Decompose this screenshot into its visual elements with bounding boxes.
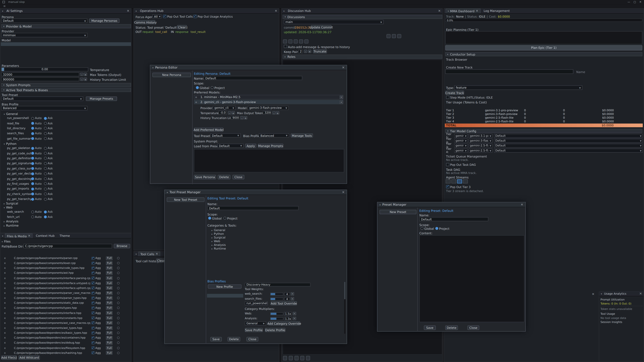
bias-profile-select[interactable]: Balanced▼ (1, 106, 88, 110)
decrement-button[interactable]: - (80, 78, 84, 81)
increment-button[interactable]: + (244, 116, 247, 119)
usage-analytics-header[interactable]: ▾ Usage Analytics ✕ (599, 292, 644, 296)
model-select[interactable]: gemini-3-flash-preview▼ (248, 106, 289, 110)
remove-weight-icon[interactable]: ✕ (291, 292, 294, 296)
group-header-general[interactable]: ▾ General (4, 112, 18, 116)
auto-radio[interactable] (31, 132, 34, 135)
manage-presets-button[interactable]: Manage Presets (86, 96, 117, 101)
agg-checkbox[interactable] (92, 262, 94, 265)
persona-select[interactable]: Default▼ (1, 18, 88, 23)
full-flag-button[interactable]: Full (106, 326, 113, 330)
drag-handle-icon[interactable]: ≡ (195, 96, 198, 98)
remove-file-button[interactable]: x (4, 292, 8, 295)
remove-file-button[interactable]: x (4, 346, 8, 350)
cache-indicator[interactable] (117, 342, 120, 344)
ask-radio[interactable] (44, 211, 47, 213)
composer-button[interactable] (306, 356, 310, 360)
slider-handle[interactable] (2, 68, 4, 71)
persona-list-item[interactable] (151, 78, 192, 82)
full-flag-button[interactable]: Full (106, 301, 113, 305)
cache-indicator[interactable] (117, 322, 120, 324)
remove-file-button[interactable]: x (4, 272, 8, 275)
ai-settings-header[interactable]: ▾ AI Settings ✕ (0, 8, 131, 13)
tab-context-hub[interactable]: Context Hub (34, 233, 56, 238)
agg-checkbox[interactable] (92, 337, 94, 339)
full-flag-button[interactable]: Full (106, 331, 113, 335)
save-profile-button[interactable]: Save Profile (245, 328, 263, 332)
history-action-button[interactable] (283, 39, 287, 43)
max-output-tokens-input[interactable]: 32000 (263, 111, 271, 114)
increment-button[interactable]: + (276, 111, 280, 115)
close-dialog-button[interactable]: Close (246, 337, 258, 342)
full-flag-button[interactable]: Full (106, 336, 113, 340)
keep-pairs-input[interactable]: 2 (298, 50, 303, 53)
cache-indicator[interactable] (117, 352, 120, 354)
auto-radio[interactable] (31, 211, 34, 213)
agg-checkbox[interactable] (92, 352, 94, 354)
remove-file-button[interactable]: x (4, 277, 8, 280)
scrollbar-thumb[interactable] (344, 282, 345, 299)
cache-indicator[interactable] (117, 337, 120, 339)
global-radio[interactable] (420, 227, 424, 230)
composer-button[interactable] (283, 356, 287, 360)
decrement-button[interactable]: - (240, 116, 244, 119)
track-action-button[interactable] (392, 34, 396, 38)
close-icon[interactable]: ✕ (476, 9, 478, 12)
files-section-header[interactable]: ▾ Files (2, 240, 10, 243)
remove-file-button[interactable]: x (4, 301, 8, 305)
preferred-model-row[interactable]: ≡ 2. gemini_cli - gemini-3-flash-preview… (194, 100, 343, 104)
provider-select[interactable]: minimax▼ (1, 33, 88, 37)
preset-list-item[interactable] (378, 216, 417, 220)
add-tool-override-button[interactable]: Add Tool Override (271, 301, 297, 305)
bias-select[interactable]: Default▼ (494, 149, 643, 153)
focus-agent-select[interactable]: All▼ (152, 14, 162, 18)
system-prompts-section-header[interactable]: ▾ System Prompts (1, 83, 131, 87)
cache-indicator[interactable] (117, 307, 120, 309)
add-files-button[interactable]: Add File(s) (1, 356, 17, 360)
agent-stream-tab[interactable] (457, 179, 462, 183)
model-list-item[interactable] (1, 57, 131, 61)
base-dir-input[interactable]: C:/projects/gencpp (24, 244, 112, 248)
history-action-button[interactable] (304, 39, 308, 43)
delete-profile-button[interactable]: Delete Profile (265, 328, 286, 332)
remove-file-button[interactable]: x (4, 297, 8, 300)
delete-button[interactable]: Delete (445, 326, 458, 330)
pop-out-dag-checkbox[interactable] (446, 163, 450, 166)
cache-indicator[interactable] (117, 277, 120, 279)
agg-checkbox[interactable] (92, 257, 94, 260)
tier-model-config-header[interactable]: ▾ Tier Model Config (445, 129, 642, 133)
auto-radio[interactable] (31, 216, 34, 218)
full-flag-button[interactable]: Full (106, 276, 113, 280)
window-titlebar[interactable]: manual slop — ▢ ✕ (0, 0, 644, 4)
preferred-model-row[interactable]: ≡ 1. minimax - MiniMax-M2.5 ✕ (194, 95, 343, 99)
close-icon[interactable]: ✕ (521, 203, 523, 206)
history-action-button[interactable] (294, 39, 298, 43)
bias-select[interactable]: Default▼ (494, 134, 643, 138)
tab-files-media[interactable]: Files & Media ✕ (5, 233, 32, 238)
temperature-input[interactable]: -0.0 (218, 111, 227, 114)
ask-radio[interactable] (44, 147, 47, 150)
bias-select[interactable]: Default▼ (494, 144, 643, 148)
provider-select[interactable]: gemini_cli▼ (213, 106, 236, 110)
remove-file-button[interactable]: x (4, 306, 8, 310)
history-truncation-input[interactable]: 900000 (231, 116, 239, 119)
cache-indicator[interactable] (117, 257, 120, 259)
add-tool-select[interactable]: run_powershell▼ (245, 301, 268, 305)
close-dialog-button[interactable]: Close (232, 175, 244, 179)
model-list-item[interactable] (1, 50, 131, 53)
track-action-button[interactable] (386, 34, 390, 38)
agg-checkbox[interactable] (92, 341, 94, 344)
weight-slider[interactable] (270, 293, 283, 295)
weight-slider[interactable] (270, 297, 283, 300)
close-icon[interactable]: ✕ (28, 234, 30, 238)
agg-checkbox[interactable] (92, 267, 94, 270)
auto-radio[interactable] (31, 122, 34, 125)
truncate-button[interactable]: Truncate (313, 49, 327, 53)
save-persona-button[interactable]: Save Persona (194, 175, 216, 179)
close-icon[interactable]: ✕ (342, 66, 344, 69)
history-limit-input[interactable]: 900000 (1, 77, 79, 81)
provider-select[interactable]: gemini▼ (454, 149, 468, 153)
ask-radio[interactable] (44, 132, 47, 135)
cache-indicator[interactable] (117, 302, 120, 304)
full-flag-button[interactable]: Full (106, 346, 113, 350)
